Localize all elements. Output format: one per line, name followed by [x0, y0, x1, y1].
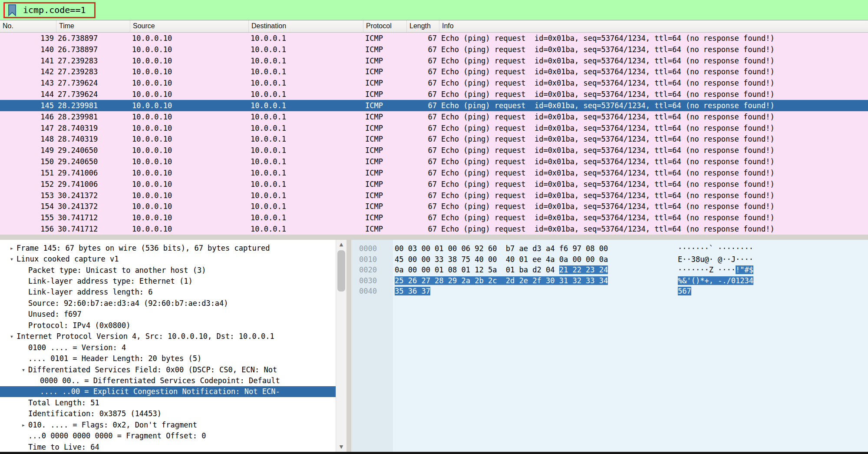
bookmark-icon[interactable] [7, 3, 18, 17]
packet-row[interactable]: 15530.74171210.0.0.1010.0.0.1ICMP67Echo … [0, 212, 868, 223]
cell-info: Echo (ping) request id=0x01ba, seq=53764… [439, 169, 868, 177]
cell-no: 156 [0, 225, 56, 233]
cell-info: Echo (ping) request id=0x01ba, seq=53764… [439, 135, 868, 143]
column-header-destination[interactable]: Destination [249, 20, 363, 32]
detail-text: Unused: f697 [28, 310, 82, 318]
hex-bytes: 35 36 37 [395, 286, 611, 297]
packet-row[interactable]: 13926.73889710.0.0.1010.0.0.1ICMP67Echo … [0, 33, 868, 44]
pane-splitter-vertical[interactable] [347, 240, 351, 452]
scrollbar-thumb[interactable] [337, 250, 345, 292]
cell-info: Echo (ping) request id=0x01ba, seq=53764… [439, 34, 868, 43]
cell-no: 152 [0, 180, 56, 189]
collapse-icon[interactable]: ▾ [19, 366, 28, 373]
cell-time: 27.239283 [56, 67, 130, 76]
hex-ascii: 567 [678, 286, 691, 297]
detail-line[interactable]: ▸Frame 145: 67 bytes on wire (536 bits),… [0, 242, 336, 253]
packet-row[interactable]: 14327.73962410.0.0.1010.0.0.1ICMP67Echo … [0, 77, 868, 89]
detail-text: Source: 92:60:b7:ae:d3:a4 (92:60:b7:ae:d… [28, 299, 228, 308]
packet-row[interactable]: 14127.23928310.0.0.1010.0.0.1ICMP67Echo … [0, 55, 868, 66]
packet-row[interactable]: 14828.74031910.0.0.1010.0.0.1ICMP67Echo … [0, 133, 868, 145]
display-filter-input[interactable]: icmp.code==1 [23, 5, 86, 15]
packet-row[interactable]: 14728.74031910.0.0.1010.0.0.1ICMP67Echo … [0, 123, 868, 134]
packet-row[interactable]: 14628.23998110.0.0.1010.0.0.1ICMP67Echo … [0, 111, 868, 123]
detail-line[interactable]: Link-layer address length: 6 [0, 287, 336, 298]
collapse-icon[interactable]: ▾ [7, 255, 17, 262]
cell-no: 149 [0, 146, 56, 155]
cell-length: 67 [407, 135, 439, 143]
detail-line[interactable]: Total Length: 51 [0, 397, 336, 408]
cell-source: 10.0.0.10 [130, 79, 249, 87]
detail-text: Total Length: 51 [28, 398, 99, 407]
cell-protocol: ICMP [363, 202, 407, 211]
detail-line[interactable]: Source: 92:60:b7:ae:d3:a4 (92:60:b7:ae:d… [0, 298, 336, 308]
cell-source: 10.0.0.10 [130, 135, 249, 143]
packet-row[interactable]: 15229.74100610.0.0.1010.0.0.1ICMP67Echo … [0, 179, 868, 190]
detail-line[interactable]: ▸010. .... = Flags: 0x2, Don't fragment [0, 419, 336, 430]
pane-splitter-horizontal[interactable] [0, 235, 868, 240]
packet-row[interactable]: 15630.74171210.0.0.1010.0.0.1ICMP67Echo … [0, 223, 868, 235]
detail-line[interactable]: Protocol: IPv4 (0x0800) [0, 320, 336, 331]
column-header-length[interactable]: Length [407, 20, 439, 32]
expand-icon[interactable]: ▸ [7, 245, 17, 252]
hex-ascii: %&'()*+, -./01234 [678, 275, 753, 286]
packet-row[interactable]: 14026.73889710.0.0.1010.0.0.1ICMP67Echo … [0, 44, 868, 55]
packet-row[interactable]: 14227.23928310.0.0.1010.0.0.1ICMP67Echo … [0, 66, 868, 77]
detail-line[interactable]: Identification: 0x3875 (14453) [0, 408, 336, 419]
detail-line[interactable]: Packet type: Unicast to another host (3) [0, 265, 336, 275]
cell-time: 29.741006 [56, 180, 130, 189]
cell-no: 142 [0, 67, 56, 76]
cell-time: 27.739624 [56, 90, 130, 99]
hex-row[interactable]: 001045 00 00 33 38 75 40 00 40 01 ee 4a … [351, 254, 868, 265]
detail-line[interactable]: 0000 00.. = Differentiated Services Code… [0, 375, 336, 386]
cell-length: 67 [407, 56, 439, 65]
detail-line[interactable]: ▾Internet Protocol Version 4, Src: 10.0.… [0, 331, 336, 342]
cell-no: 143 [0, 79, 56, 87]
detail-line[interactable]: .... ..00 = Explicit Congestion Notifica… [0, 386, 336, 397]
detail-line[interactable]: ▾Differentiated Services Field: 0x00 (DS… [0, 364, 336, 375]
cell-no: 144 [0, 90, 56, 99]
cell-info: Echo (ping) request id=0x01ba, seq=53764… [439, 67, 868, 76]
packet-row[interactable]: 15430.24137210.0.0.1010.0.0.1ICMP67Echo … [0, 201, 868, 212]
cell-time: 26.738897 [56, 34, 130, 43]
scroll-down-button[interactable]: ▼ [336, 442, 347, 452]
hex-bytes: 45 00 00 33 38 75 40 00 40 01 ee 4a 0a 0… [395, 254, 611, 265]
packet-row[interactable]: 14427.73962410.0.0.1010.0.0.1ICMP67Echo … [0, 89, 868, 100]
detail-scrollbar[interactable]: ▲ ▼ [336, 240, 347, 452]
cell-length: 67 [407, 225, 439, 233]
detail-text: Link-layer address length: 6 [28, 288, 153, 296]
expand-icon[interactable]: ▸ [19, 421, 28, 428]
cell-destination: 10.0.0.1 [249, 202, 363, 211]
packet-row[interactable]: 15129.74100610.0.0.1010.0.0.1ICMP67Echo … [0, 167, 868, 179]
packet-row[interactable]: 15029.24065010.0.0.1010.0.0.1ICMP67Echo … [0, 156, 868, 167]
hex-row[interactable]: 004035 36 37567 [351, 286, 868, 297]
detail-line[interactable]: 0100 .... = Version: 4 [0, 342, 336, 353]
hex-dump-pane: 000000 03 00 01 00 06 92 60 b7 ae d3 a4 … [351, 240, 868, 452]
column-header-no[interactable]: No. [0, 20, 56, 32]
hex-ascii: ·······Z ····!"#$ [678, 265, 753, 275]
hex-row[interactable]: 000000 03 00 01 00 06 92 60 b7 ae d3 a4 … [351, 243, 868, 254]
column-header-time[interactable]: Time [56, 20, 130, 32]
detail-line[interactable]: Unused: f697 [0, 309, 336, 320]
detail-line[interactable]: ▾Linux cooked capture v1 [0, 253, 336, 264]
cell-source: 10.0.0.10 [130, 169, 249, 177]
cell-source: 10.0.0.10 [130, 180, 249, 189]
scroll-up-button[interactable]: ▲ [336, 240, 347, 249]
bookmark-icon-glyph [7, 3, 18, 17]
detail-line[interactable]: .... 0101 = Header Length: 20 bytes (5) [0, 353, 336, 364]
detail-line[interactable]: Link-layer address type: Ethernet (1) [0, 275, 336, 286]
column-header-protocol[interactable]: Protocol [363, 20, 407, 32]
cell-protocol: ICMP [363, 135, 407, 143]
column-header-info[interactable]: Info [439, 20, 868, 32]
cell-length: 67 [407, 113, 439, 121]
cell-length: 67 [407, 79, 439, 87]
packet-row[interactable]: 15330.24137210.0.0.1010.0.0.1ICMP67Echo … [0, 190, 868, 201]
cell-source: 10.0.0.10 [130, 225, 249, 233]
hex-row[interactable]: 003025 26 27 28 29 2a 2b 2c 2d 2e 2f 30 … [351, 275, 868, 286]
packet-row[interactable]: 14929.24065010.0.0.1010.0.0.1ICMP67Echo … [0, 145, 868, 156]
column-header-source[interactable]: Source [130, 20, 249, 32]
hex-row[interactable]: 00200a 00 00 01 08 01 12 5a 01 ba d2 04 … [351, 265, 868, 275]
detail-line[interactable]: Time to Live: 64 [0, 441, 336, 452]
packet-row[interactable]: 14528.23998110.0.0.1010.0.0.1ICMP67Echo … [0, 100, 868, 111]
detail-line[interactable]: ...0 0000 0000 0000 = Fragment Offset: 0 [0, 430, 336, 441]
collapse-icon[interactable]: ▾ [7, 333, 17, 340]
